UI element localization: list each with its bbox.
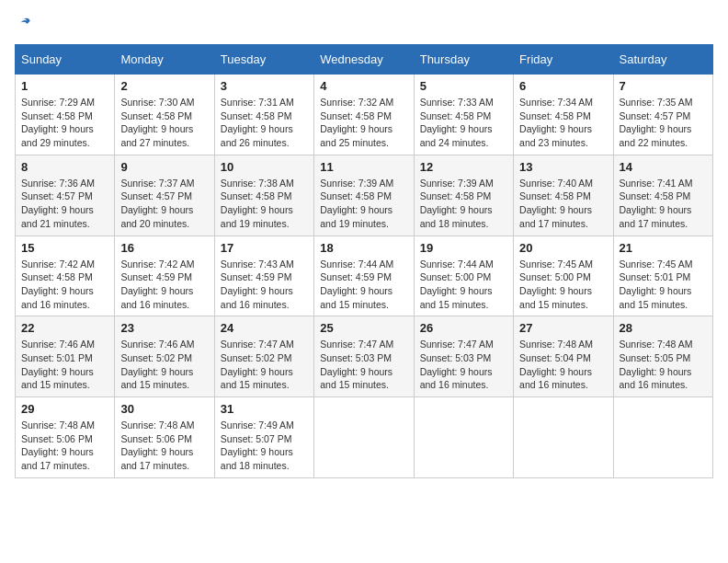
day-info: Sunrise: 7:32 AMSunset: 4:58 PMDaylight:… [320, 96, 407, 150]
day-info: Sunrise: 7:48 AMSunset: 5:06 PMDaylight:… [21, 419, 108, 473]
calendar-cell: 19 Sunrise: 7:44 AMSunset: 5:00 PMDaylig… [414, 236, 513, 316]
day-info: Sunrise: 7:45 AMSunset: 5:00 PMDaylight:… [519, 258, 607, 312]
day-number: 9 [120, 160, 208, 174]
logo-bird-icon [15, 15, 33, 33]
logo [15, 15, 33, 33]
day-info: Sunrise: 7:37 AMSunset: 4:57 PMDaylight:… [120, 177, 208, 231]
header [15, 15, 713, 33]
day-info: Sunrise: 7:48 AMSunset: 5:06 PMDaylight:… [120, 419, 208, 473]
calendar-header-friday: Friday [514, 45, 613, 75]
calendar-cell: 17 Sunrise: 7:43 AMSunset: 4:59 PMDaylig… [214, 236, 313, 316]
calendar-week-row: 8 Sunrise: 7:36 AMSunset: 4:57 PMDayligh… [16, 155, 713, 236]
day-number: 14 [620, 160, 707, 174]
day-number: 16 [120, 241, 208, 255]
day-info: Sunrise: 7:44 AMSunset: 5:00 PMDaylight:… [420, 258, 507, 312]
calendar-cell: 24 Sunrise: 7:47 AMSunset: 5:02 PMDaylig… [214, 316, 313, 397]
calendar-cell: 6 Sunrise: 7:34 AMSunset: 4:58 PMDayligh… [514, 75, 613, 155]
day-info: Sunrise: 7:46 AMSunset: 5:02 PMDaylight:… [120, 338, 208, 392]
day-number: 10 [221, 160, 308, 174]
day-info: Sunrise: 7:46 AMSunset: 5:01 PMDaylight:… [21, 338, 108, 392]
calendar-cell: 12 Sunrise: 7:39 AMSunset: 4:58 PMDaylig… [414, 155, 513, 236]
calendar-header-sunday: Sunday [16, 45, 115, 75]
day-number: 15 [21, 241, 108, 255]
day-number: 7 [620, 79, 707, 93]
calendar-cell: 21 Sunrise: 7:45 AMSunset: 5:01 PMDaylig… [613, 236, 712, 316]
calendar-week-row: 15 Sunrise: 7:42 AMSunset: 4:58 PMDaylig… [16, 236, 713, 316]
day-info: Sunrise: 7:47 AMSunset: 5:03 PMDaylight:… [420, 338, 507, 392]
calendar-header-monday: Monday [115, 45, 214, 75]
calendar-cell: 3 Sunrise: 7:31 AMSunset: 4:58 PMDayligh… [214, 75, 313, 155]
day-number: 2 [120, 79, 208, 93]
day-info: Sunrise: 7:33 AMSunset: 4:58 PMDaylight:… [420, 96, 507, 150]
calendar-cell: 28 Sunrise: 7:48 AMSunset: 5:05 PMDaylig… [613, 316, 712, 397]
day-info: Sunrise: 7:47 AMSunset: 5:02 PMDaylight:… [221, 338, 308, 392]
day-info: Sunrise: 7:42 AMSunset: 4:59 PMDaylight:… [120, 258, 208, 312]
calendar-cell: 4 Sunrise: 7:32 AMSunset: 4:58 PMDayligh… [314, 75, 414, 155]
day-number: 22 [21, 321, 108, 335]
day-info: Sunrise: 7:30 AMSunset: 4:58 PMDaylight:… [120, 96, 208, 150]
day-number: 25 [320, 321, 407, 335]
calendar-cell: 13 Sunrise: 7:40 AMSunset: 4:58 PMDaylig… [514, 155, 613, 236]
day-info: Sunrise: 7:35 AMSunset: 4:57 PMDaylight:… [620, 96, 707, 150]
calendar-week-row: 29 Sunrise: 7:48 AMSunset: 5:06 PMDaylig… [16, 397, 713, 478]
calendar-cell: 27 Sunrise: 7:48 AMSunset: 5:04 PMDaylig… [514, 316, 613, 397]
day-number: 6 [519, 79, 607, 93]
calendar-cell: 11 Sunrise: 7:39 AMSunset: 4:58 PMDaylig… [314, 155, 414, 236]
day-info: Sunrise: 7:48 AMSunset: 5:04 PMDaylight:… [519, 338, 607, 392]
day-info: Sunrise: 7:48 AMSunset: 5:05 PMDaylight:… [620, 338, 707, 392]
calendar-week-row: 22 Sunrise: 7:46 AMSunset: 5:01 PMDaylig… [16, 316, 713, 397]
day-number: 21 [620, 241, 707, 255]
day-number: 28 [620, 321, 707, 335]
day-info: Sunrise: 7:39 AMSunset: 4:58 PMDaylight:… [420, 177, 507, 231]
calendar-cell [514, 397, 613, 478]
day-number: 5 [420, 79, 507, 93]
calendar-header-row: SundayMondayTuesdayWednesdayThursdayFrid… [16, 45, 713, 75]
day-number: 27 [519, 321, 607, 335]
day-info: Sunrise: 7:41 AMSunset: 4:58 PMDaylight:… [620, 177, 707, 231]
calendar-cell: 7 Sunrise: 7:35 AMSunset: 4:57 PMDayligh… [613, 75, 712, 155]
calendar-cell: 29 Sunrise: 7:48 AMSunset: 5:06 PMDaylig… [16, 397, 115, 478]
day-number: 29 [21, 402, 108, 416]
day-info: Sunrise: 7:29 AMSunset: 4:58 PMDaylight:… [21, 96, 108, 150]
day-info: Sunrise: 7:36 AMSunset: 4:57 PMDaylight:… [21, 177, 108, 231]
calendar-header-wednesday: Wednesday [314, 45, 414, 75]
day-number: 30 [120, 402, 208, 416]
day-number: 3 [221, 79, 308, 93]
calendar-header-tuesday: Tuesday [214, 45, 313, 75]
day-number: 12 [420, 160, 507, 174]
day-number: 11 [320, 160, 407, 174]
day-number: 24 [221, 321, 308, 335]
day-info: Sunrise: 7:42 AMSunset: 4:58 PMDaylight:… [21, 258, 108, 312]
day-info: Sunrise: 7:38 AMSunset: 4:58 PMDaylight:… [221, 177, 308, 231]
day-number: 8 [21, 160, 108, 174]
calendar-cell: 22 Sunrise: 7:46 AMSunset: 5:01 PMDaylig… [16, 316, 115, 397]
calendar-cell: 25 Sunrise: 7:47 AMSunset: 5:03 PMDaylig… [314, 316, 414, 397]
day-info: Sunrise: 7:47 AMSunset: 5:03 PMDaylight:… [320, 338, 407, 392]
calendar-cell: 14 Sunrise: 7:41 AMSunset: 4:58 PMDaylig… [613, 155, 712, 236]
calendar-cell [613, 397, 712, 478]
day-number: 1 [21, 79, 108, 93]
day-info: Sunrise: 7:44 AMSunset: 4:59 PMDaylight:… [320, 258, 407, 312]
calendar-cell: 8 Sunrise: 7:36 AMSunset: 4:57 PMDayligh… [16, 155, 115, 236]
calendar-header-thursday: Thursday [414, 45, 513, 75]
day-number: 17 [221, 241, 308, 255]
calendar-cell: 5 Sunrise: 7:33 AMSunset: 4:58 PMDayligh… [414, 75, 513, 155]
day-number: 23 [120, 321, 208, 335]
day-number: 4 [320, 79, 407, 93]
calendar: SundayMondayTuesdayWednesdayThursdayFrid… [15, 44, 713, 478]
calendar-cell: 26 Sunrise: 7:47 AMSunset: 5:03 PMDaylig… [414, 316, 513, 397]
calendar-cell [414, 397, 513, 478]
calendar-cell: 15 Sunrise: 7:42 AMSunset: 4:58 PMDaylig… [16, 236, 115, 316]
day-info: Sunrise: 7:49 AMSunset: 5:07 PMDaylight:… [221, 419, 308, 473]
calendar-cell: 18 Sunrise: 7:44 AMSunset: 4:59 PMDaylig… [314, 236, 414, 316]
calendar-cell: 20 Sunrise: 7:45 AMSunset: 5:00 PMDaylig… [514, 236, 613, 316]
calendar-body: 1 Sunrise: 7:29 AMSunset: 4:58 PMDayligh… [16, 75, 713, 478]
calendar-cell: 9 Sunrise: 7:37 AMSunset: 4:57 PMDayligh… [115, 155, 214, 236]
day-info: Sunrise: 7:34 AMSunset: 4:58 PMDaylight:… [519, 96, 607, 150]
day-number: 18 [320, 241, 407, 255]
day-info: Sunrise: 7:43 AMSunset: 4:59 PMDaylight:… [221, 258, 308, 312]
day-number: 31 [221, 402, 308, 416]
calendar-cell: 31 Sunrise: 7:49 AMSunset: 5:07 PMDaylig… [214, 397, 313, 478]
day-number: 19 [420, 241, 507, 255]
day-info: Sunrise: 7:45 AMSunset: 5:01 PMDaylight:… [620, 258, 707, 312]
